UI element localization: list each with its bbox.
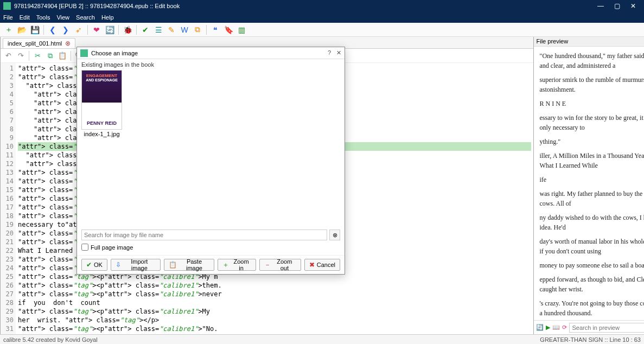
image-thumb[interactable]: ENGAGEMENT AND ESPIONAGE PENNY REID inde…	[81, 70, 122, 137]
tag-icon[interactable]: 🔖	[223, 24, 234, 35]
toc-icon[interactable]: ☰	[153, 24, 164, 35]
menu-edit[interactable]: Edit	[20, 14, 30, 21]
preview-panel: File preview▣ ✕ "One hundred thousand," …	[534, 37, 644, 334]
minimize-button[interactable]: —	[593, 1, 608, 11]
open-icon[interactable]: 📂	[16, 24, 27, 35]
dialog-help-button[interactable]: ?	[328, 49, 331, 56]
pointer-icon[interactable]: ➶	[73, 24, 84, 35]
refresh-icon[interactable]: 🔄	[104, 24, 115, 35]
statusbar: calibre 5.42 created by Kovid Goyal GREA…	[0, 334, 644, 344]
dialog-title: Choose an image	[91, 50, 328, 56]
image-search-input[interactable]	[81, 230, 327, 240]
preview-body[interactable]: "One hundred thousand," my father said, …	[534, 47, 644, 320]
menubar: File Edit Tools View Search Help	[0, 12, 644, 23]
copy-icon[interactable]: ⧉	[44, 50, 55, 61]
preview-title: File preview	[536, 38, 568, 45]
editor-panel: index_split_001.html⊗ ↶ ↷ ✂ ⧉ 📋 🔍 🔎 🖼 🔗 …	[1, 37, 534, 334]
new-file-icon[interactable]: ＋	[3, 24, 14, 35]
full-page-checkbox[interactable]: Full page image	[81, 244, 340, 251]
menu-search[interactable]: Search	[76, 14, 95, 21]
ok-button[interactable]: ✔OK	[81, 259, 107, 271]
heart-icon[interactable]: ❤	[91, 24, 102, 35]
brush-icon[interactable]: ✎	[166, 24, 177, 35]
cancel-button[interactable]: ✖Cancel	[304, 259, 340, 271]
copy-icon[interactable]: ⧉	[192, 24, 203, 35]
menu-tools[interactable]: Tools	[36, 14, 50, 21]
redo-icon[interactable]: ↷	[15, 50, 26, 61]
check-icon[interactable]: ✔	[140, 24, 151, 35]
close-window-button[interactable]: ✕	[626, 1, 641, 11]
menu-help[interactable]: Help	[101, 14, 114, 21]
image-list[interactable]: ENGAGEMENT AND ESPIONAGE PENNY REID inde…	[81, 70, 340, 227]
status-left: calibre 5.42 created by Kovid Goyal	[3, 336, 98, 343]
reports-icon[interactable]: ▥	[236, 24, 247, 35]
save-icon[interactable]: 💾	[29, 24, 40, 35]
titlebar: 9781942874904 [EPUB 2] :: 9781942874904.…	[0, 0, 644, 12]
menu-file[interactable]: File	[3, 14, 13, 21]
status-right: GREATER-THAN SIGN :: Line 10 : 63	[540, 336, 641, 343]
import-image-button[interactable]: ⇩Import image	[111, 259, 161, 271]
book-icon[interactable]: 📖	[552, 324, 560, 331]
preview-search-input[interactable]	[569, 323, 644, 333]
menu-view[interactable]: View	[56, 14, 69, 21]
play-icon[interactable]: ▶	[546, 324, 550, 331]
sync-icon[interactable]: 🔄	[536, 324, 544, 331]
thumb-caption: index-1_1.jpg	[81, 131, 122, 137]
existing-images-label: Existing images in the book	[81, 61, 340, 68]
app-icon	[3, 2, 11, 10]
main-toolbar: ＋ 📂 💾 ❮ ❯ ➶ ❤ 🔄 🐞 ✔ ☰ ✎ W ⧉ ❝ 🔖 ▥	[0, 23, 644, 37]
paste-image-button[interactable]: 📋Paste image	[164, 259, 215, 271]
zoom-out-button[interactable]: －Zoom out	[259, 259, 301, 271]
bug-icon[interactable]: 🐞	[122, 24, 133, 35]
choose-image-dialog: Choose an image ? ✕ Existing images in t…	[76, 47, 345, 275]
full-page-checkbox-input[interactable]	[81, 244, 88, 251]
undo-icon[interactable]: ↶	[3, 50, 14, 61]
forward-icon[interactable]: ❯	[60, 24, 71, 35]
zoom-in-button[interactable]: ＋Zoom in	[218, 259, 256, 271]
word-icon[interactable]: W	[179, 24, 190, 35]
cut-icon[interactable]: ✂	[32, 50, 43, 61]
editor-tab[interactable]: index_split_001.html⊗	[3, 38, 75, 48]
dialog-close-button[interactable]: ✕	[336, 49, 341, 56]
clear-search-icon[interactable]: ⊗	[329, 230, 340, 240]
back-icon[interactable]: ❮	[47, 24, 58, 35]
window-title: 9781942874904 [EPUB 2] :: 9781942874904.…	[14, 3, 593, 9]
close-tab-icon[interactable]: ⊗	[65, 40, 71, 47]
paste-icon[interactable]: 📋	[57, 50, 68, 61]
maximize-button[interactable]: ▢	[609, 1, 624, 11]
dialog-icon	[80, 49, 88, 57]
reload-icon[interactable]: ⟳	[562, 324, 567, 331]
quote-icon[interactable]: ❝	[210, 24, 221, 35]
